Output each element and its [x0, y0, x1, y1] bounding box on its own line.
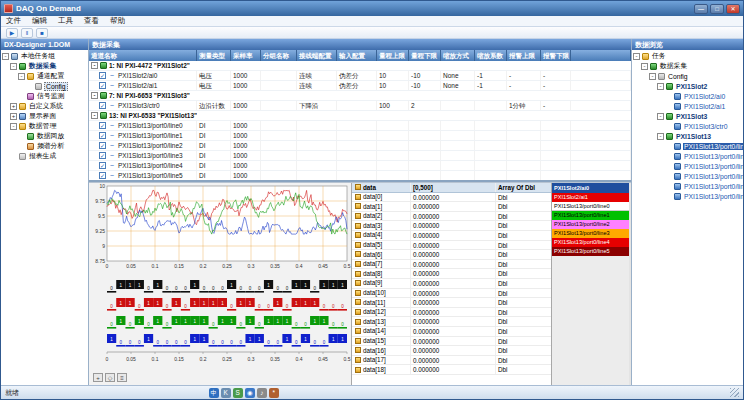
pause-button[interactable]: ‖ [21, 28, 33, 38]
legend-entry[interactable]: PXI1Slot13/port0/line3 [552, 229, 629, 238]
close-button[interactable]: ✕ [726, 4, 740, 14]
channel-checkbox[interactable]: ✓ [99, 142, 106, 149]
column-header[interactable]: 报警上限 [507, 50, 541, 61]
legend-entry[interactable]: PXI1Slot13/port0/line0 [552, 202, 629, 211]
tree-item[interactable]: -任务 [632, 51, 743, 61]
ime-mode-icon[interactable]: S [233, 388, 243, 398]
tree-item[interactable]: PXI1Slot3/ctr0 [632, 121, 743, 131]
tree-item[interactable]: 数据回放 [1, 131, 88, 141]
legend-entry[interactable]: PXI1Slot13/port0/line1 [552, 211, 629, 220]
tree-item[interactable]: +显示界面 [1, 111, 88, 121]
column-header[interactable]: 接线端配置 [297, 50, 337, 61]
tree-item[interactable]: -通道配置 [1, 71, 88, 81]
volume-icon[interactable]: ♪ [257, 388, 267, 398]
expand-toggle[interactable]: - [649, 73, 656, 80]
expand-toggle[interactable]: - [18, 73, 25, 80]
zoom-tool-button[interactable]: ◇ [105, 373, 115, 382]
legend-entry[interactable]: PXI1Slot13/port0/line4 [552, 238, 629, 247]
channel-row[interactable]: ✓~PXI1Slot13/port0/line5DI1000 [89, 171, 631, 181]
column-header[interactable]: 缩放系数 [475, 50, 507, 61]
expand-toggle[interactable]: - [633, 53, 640, 60]
column-header[interactable]: 报警下限 [541, 50, 571, 61]
expand-toggle[interactable]: - [657, 113, 664, 120]
tree-item[interactable]: -PXI1Slot3 [632, 111, 743, 121]
channel-checkbox[interactable]: ✓ [99, 82, 106, 89]
channel-checkbox[interactable]: ✓ [99, 102, 106, 109]
tree-item[interactable]: PXI1Slot13/port0/line0 [632, 141, 743, 151]
channel-row[interactable]: ✓~PXI1Slot13/port0/line3DI1000 [89, 151, 631, 161]
settings-icon[interactable]: * [269, 388, 279, 398]
channel-checkbox[interactable]: ✓ [99, 162, 106, 169]
expand-toggle[interactable]: - [657, 133, 664, 140]
stop-button[interactable]: ■ [36, 28, 48, 38]
expand-toggle[interactable]: + [10, 113, 17, 120]
menu-item-1[interactable]: 编辑 [32, 16, 47, 26]
tree-item[interactable]: PXI1Slot13/port0/line5 [632, 191, 743, 201]
tree-item[interactable]: 报表生成 [1, 151, 88, 161]
device-group-row[interactable]: -13: NI PXI-6533 "PXI1Slot13" [89, 111, 631, 121]
expand-toggle[interactable]: - [657, 83, 664, 90]
channel-row[interactable]: ✓~PXI1Slot13/port0/line0DI1000 [89, 121, 631, 131]
tree-item[interactable]: -PXI1Slot2 [632, 81, 743, 91]
device-group-row[interactable]: -1: NI PXI-4472 "PXI1Slot2" [89, 61, 631, 71]
channel-row[interactable]: ✓~PXI1Slot2/ai0电压1000连续伪差分10-10None-1-- [89, 71, 631, 81]
tree-item[interactable]: PXI1Slot13/port0/line4 [632, 181, 743, 191]
channel-row[interactable]: ✓~PXI1Slot3/ctr0边沿计数1000下降沿10021分钟- [89, 101, 631, 111]
column-header[interactable]: 量程上限 [377, 50, 409, 61]
expand-toggle[interactable]: - [10, 63, 17, 70]
tree-item[interactable]: 信号监测 [1, 91, 88, 101]
channel-row[interactable]: ✓~PXI1Slot13/port0/line1DI1000 [89, 131, 631, 141]
column-header[interactable]: 量程下限 [409, 50, 441, 61]
channel-checkbox[interactable]: ✓ [99, 122, 106, 129]
legend-entry[interactable]: PXI1Slot13/port0/line5 [552, 247, 629, 256]
expand-toggle[interactable]: - [2, 53, 9, 60]
expand-toggle[interactable]: - [10, 123, 17, 130]
menu-item-0[interactable]: 文件 [6, 16, 21, 26]
resize-grip[interactable] [730, 388, 739, 397]
column-header[interactable]: 通道名称 [89, 50, 197, 61]
tree-item[interactable]: 频谱分析 [1, 141, 88, 151]
channel-checkbox[interactable]: ✓ [99, 72, 106, 79]
channel-row[interactable]: ✓~PXI1Slot2/ai1电压1000连续伪差分10-10None-1-- [89, 81, 631, 91]
column-header[interactable]: 缩放方式 [441, 50, 475, 61]
column-header[interactable]: 采样率 [231, 50, 261, 61]
language-icon[interactable]: 中 [209, 388, 219, 398]
tree-item[interactable]: -本地任务组 [1, 51, 88, 61]
menu-item-2[interactable]: 工具 [58, 16, 73, 26]
tree-item[interactable]: -Config [632, 71, 743, 81]
channel-row[interactable]: ✓~PXI1Slot13/port0/line2DI1000 [89, 141, 631, 151]
column-header[interactable]: 输入配置 [337, 50, 377, 61]
channel-checkbox[interactable]: ✓ [99, 172, 106, 179]
tree-item[interactable]: -数据采集 [632, 61, 743, 71]
pan-tool-button[interactable]: ≡ [117, 373, 127, 382]
run-button[interactable]: ▶ [6, 28, 18, 38]
expand-toggle[interactable]: - [91, 112, 98, 119]
tree-item[interactable]: -数据管理 [1, 121, 88, 131]
column-header[interactable]: 分组名称 [261, 50, 297, 61]
tree-item[interactable]: PXI1Slot13/port0/line3 [632, 171, 743, 181]
device-group-row[interactable]: -7: NI PXI-6653 "PXI1Slot3" [89, 91, 631, 101]
tree-item[interactable]: PXI1Slot2/ai0 [632, 91, 743, 101]
network-icon[interactable]: ◉ [245, 388, 255, 398]
tree-item[interactable]: PXI1Slot13/port0/line2 [632, 161, 743, 171]
keyboard-icon[interactable]: K [221, 388, 231, 398]
expand-toggle[interactable]: - [91, 62, 98, 69]
tree-item[interactable]: Config [1, 81, 88, 91]
tree-item[interactable]: PXI1Slot2/ai1 [632, 101, 743, 111]
expand-toggle[interactable]: - [91, 92, 98, 99]
minimize-button[interactable]: — [694, 4, 708, 14]
column-header[interactable]: 测量类型 [197, 50, 231, 61]
expand-toggle[interactable]: - [641, 63, 648, 70]
legend-title[interactable]: PXI1Slot2/ai0 [552, 183, 629, 193]
tree-item[interactable]: PXI1Slot13/port0/line1 [632, 151, 743, 161]
channel-row[interactable]: ✓~PXI1Slot13/port0/line4DI1000 [89, 161, 631, 171]
expand-toggle[interactable]: + [10, 103, 17, 110]
menu-item-3[interactable]: 查看 [84, 16, 99, 26]
tree-item[interactable]: -数据采集 [1, 61, 88, 71]
channel-checkbox[interactable]: ✓ [99, 152, 106, 159]
tree-item[interactable]: +自定义系统 [1, 101, 88, 111]
channel-checkbox[interactable]: ✓ [99, 132, 106, 139]
tree-item[interactable]: -PXI1Slot13 [632, 131, 743, 141]
menu-item-4[interactable]: 帮助 [110, 16, 125, 26]
cursor-tool-button[interactable]: + [93, 373, 103, 382]
